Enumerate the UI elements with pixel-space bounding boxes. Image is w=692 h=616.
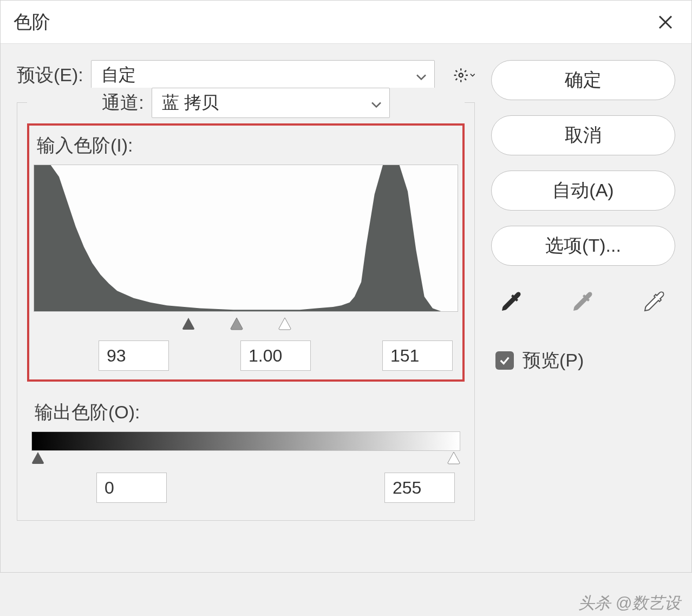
input-white-field[interactable] xyxy=(382,340,453,371)
ok-button[interactable]: 确定 xyxy=(491,60,675,100)
eyedropper-row xyxy=(491,285,675,318)
preview-checkbox[interactable] xyxy=(495,351,514,370)
check-icon xyxy=(499,355,511,366)
eyedropper-white-button[interactable] xyxy=(638,285,671,318)
channel-value: 蓝 拷贝 xyxy=(162,91,219,115)
input-values-row xyxy=(34,333,458,371)
channel-select[interactable]: 蓝 拷贝 xyxy=(152,88,390,118)
input-levels-label: 输入色阶(I): xyxy=(34,131,458,161)
svg-rect-1 xyxy=(460,80,461,82)
close-icon xyxy=(657,14,674,30)
input-black-field[interactable] xyxy=(99,340,169,371)
eyedropper-white-icon xyxy=(642,289,668,314)
watermark: 头杀 @数艺设 xyxy=(578,592,681,614)
titlebar: 色阶 xyxy=(1,1,691,44)
preset-menu-button[interactable] xyxy=(453,64,475,86)
gear-icon xyxy=(453,65,469,85)
eyedropper-black-button[interactable] xyxy=(495,285,528,318)
levels-group: 通道: 蓝 拷贝 输入色阶(I): xyxy=(17,102,475,521)
preview-label: 预览(P) xyxy=(523,348,584,373)
svg-rect-3 xyxy=(466,75,468,76)
left-panel: 预设(E): 自定 xyxy=(17,60,475,556)
options-button[interactable]: 选项(T)... xyxy=(491,226,675,266)
levels-dialog: 色阶 预设(E): 自定 xyxy=(0,0,692,573)
output-gradient xyxy=(31,431,460,451)
output-values-row xyxy=(31,467,460,503)
output-black-slider[interactable] xyxy=(31,451,45,465)
output-levels-section: 输出色阶(O): xyxy=(27,395,465,507)
output-white-field[interactable] xyxy=(384,473,455,503)
preset-row: 预设(E): 自定 xyxy=(17,60,475,90)
input-histogram xyxy=(34,165,458,312)
auto-button[interactable]: 自动(A) xyxy=(491,171,675,211)
chevron-down-icon xyxy=(371,93,382,113)
input-white-slider[interactable] xyxy=(278,317,292,331)
eyedropper-black-icon xyxy=(499,289,525,314)
preset-select[interactable]: 自定 xyxy=(91,60,435,90)
preset-label: 预设(E): xyxy=(17,63,83,88)
preset-value: 自定 xyxy=(101,63,136,87)
close-button[interactable] xyxy=(652,9,678,35)
dialog-body: 预设(E): 自定 xyxy=(1,44,691,572)
right-panel: 确定 取消 自动(A) 选项(T)... xyxy=(491,60,675,556)
eyedropper-gray-button[interactable] xyxy=(567,285,599,318)
input-black-slider[interactable] xyxy=(181,317,195,331)
chevron-down-icon xyxy=(416,65,427,86)
input-gamma-field[interactable] xyxy=(240,340,311,371)
output-levels-label: 输出色阶(O): xyxy=(31,398,460,428)
output-white-slider[interactable] xyxy=(447,451,461,465)
input-gamma-slider[interactable] xyxy=(230,317,244,331)
input-slider-track[interactable] xyxy=(34,317,458,333)
svg-rect-2 xyxy=(454,75,456,76)
svg-rect-0 xyxy=(460,68,461,70)
preview-row: 预览(P) xyxy=(491,348,675,373)
eyedropper-gray-icon xyxy=(570,289,596,314)
output-slider-track[interactable] xyxy=(31,451,460,467)
input-levels-section: 输入色阶(I): xyxy=(27,123,465,382)
channel-row: 通道: 蓝 拷贝 xyxy=(27,88,465,118)
channel-label: 通道: xyxy=(102,90,143,115)
cancel-button[interactable]: 取消 xyxy=(491,115,675,155)
output-black-field[interactable] xyxy=(96,473,167,503)
dialog-title: 色阶 xyxy=(14,10,50,35)
